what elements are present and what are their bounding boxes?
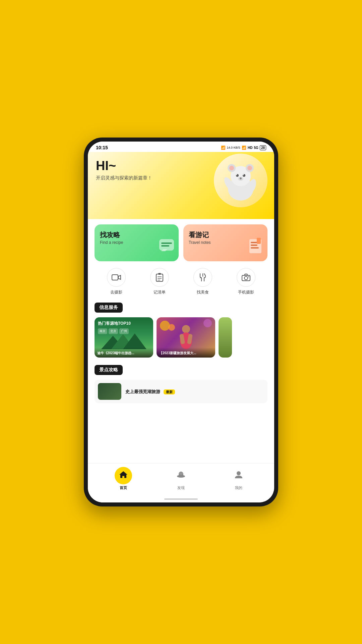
info-cards-row: 热门客源地TOP10 南京 北京 广州 <box>95 317 267 358</box>
battery-indicator: 28 <box>260 145 266 150</box>
bluetooth-icon: 📶 <box>221 146 226 150</box>
mobile-photo-shortcut[interactable]: 手机摄影 <box>237 268 255 295</box>
svg-rect-25 <box>158 273 161 275</box>
svg-point-12 <box>236 174 237 175</box>
profile-icon <box>234 470 243 481</box>
svg-point-43 <box>179 472 183 475</box>
home-bar <box>164 498 198 500</box>
photography-shortcut[interactable]: 去摄影 <box>107 268 126 295</box>
phone-frame: 10:15 📶 14.0 KB/S 📶 HD 5G 28 HI~ 开启灵感与探索… <box>84 138 278 506</box>
xinjiang-card[interactable]: 【2023新疆旅游发展大... <box>157 317 215 358</box>
nav-discover[interactable]: 发现 <box>152 467 210 490</box>
svg-point-36 <box>182 325 190 333</box>
scenic-section: 景点攻略 史上最强芜湖旅游 最新 <box>95 365 267 403</box>
food-icon <box>193 268 212 287</box>
svg-point-32 <box>248 276 249 277</box>
phone-screen: 10:15 📶 14.0 KB/S 📶 HD 5G 28 HI~ 开启灵感与探索… <box>88 142 274 502</box>
bear-mascot <box>214 154 267 207</box>
bear-svg <box>219 159 262 202</box>
book-icon <box>247 237 264 258</box>
svg-rect-19 <box>251 245 257 246</box>
xinjiang-caption: 【2023新疆旅游发展大... <box>157 347 215 358</box>
nav-home-icon-wrap <box>115 467 132 484</box>
status-bar: 10:15 📶 14.0 KB/S 📶 HD 5G 28 <box>88 142 274 152</box>
svg-rect-21 <box>257 238 261 244</box>
photography-label: 去摄影 <box>110 289 122 295</box>
scenic-info-0: 史上最强芜湖旅游 最新 <box>125 388 264 395</box>
scenic-header: 景点攻略 <box>95 365 123 375</box>
info-service-section: 信息服务 热门客源地TOP10 南京 北京 广州 <box>95 303 267 358</box>
nav-home-label: 首页 <box>120 485 127 490</box>
svg-marker-40 <box>119 471 127 478</box>
checklist-label: 记清单 <box>154 289 166 295</box>
bottom-nav: 首页 发现 <box>88 463 274 496</box>
signal-label: 5G <box>254 146 258 150</box>
svg-point-31 <box>244 276 248 280</box>
camera-icon <box>237 268 255 287</box>
discover-icon <box>177 470 185 481</box>
status-icons: 📶 14.0 KB/S 📶 HD 5G 28 <box>221 145 266 150</box>
svg-rect-22 <box>112 275 118 280</box>
svg-rect-14 <box>159 239 174 251</box>
mobile-photo-label: 手机摄影 <box>238 289 254 295</box>
info-service-header: 信息服务 <box>95 303 123 313</box>
shortcut-icon-grid: 去摄影 记清单 <box>95 268 267 295</box>
nav-discover-icon-wrap <box>172 467 190 484</box>
food-shortcut[interactable]: 找美食 <box>193 268 212 295</box>
svg-point-13 <box>243 174 244 175</box>
data-speed: 14.0 KB/S <box>227 146 241 149</box>
new-badge-0: 最新 <box>164 389 175 394</box>
nav-profile[interactable]: 我的 <box>210 467 267 490</box>
svg-point-44 <box>237 471 241 475</box>
top10-caption: 途牛《2023端午出游趋... <box>95 347 153 358</box>
home-indicator <box>88 496 274 502</box>
scenic-thumb-0 <box>98 383 121 400</box>
nav-profile-icon-wrap <box>230 467 247 484</box>
main-content: 找攻略 Find a recipe 看游记 Travel notes <box>88 219 274 463</box>
chat-icon <box>158 237 175 258</box>
nav-discover-label: 发现 <box>177 485 185 490</box>
hd-label: HD <box>248 146 252 150</box>
status-time: 10:15 <box>96 145 108 150</box>
find-guide-card[interactable]: 找攻略 Find a recipe <box>95 224 179 261</box>
food-label: 找美食 <box>197 289 209 295</box>
svg-rect-20 <box>251 247 259 249</box>
svg-marker-23 <box>118 275 121 279</box>
svg-rect-16 <box>161 245 169 247</box>
svg-point-4 <box>229 166 234 170</box>
home-icon <box>119 471 128 481</box>
nav-home[interactable]: 首页 <box>95 467 152 490</box>
top10-card[interactable]: 热门客源地TOP10 南京 北京 广州 <box>95 317 153 358</box>
scenic-title-0: 史上最强芜湖旅游 <box>125 389 160 394</box>
third-card[interactable] <box>219 317 232 358</box>
nav-profile-label: 我的 <box>235 485 242 490</box>
top10-title: 热门客源地TOP10 <box>98 321 150 326</box>
checklist-icon <box>150 268 169 287</box>
checklist-shortcut[interactable]: 记清单 <box>150 268 169 295</box>
hero-banner: HI~ 开启灵感与探索的新篇章！ <box>88 152 274 219</box>
svg-point-5 <box>247 166 252 170</box>
svg-point-9 <box>240 177 242 179</box>
wifi-icon: 📶 <box>242 146 246 150</box>
travel-notes-card[interactable]: 看游记 Travel notes <box>183 224 267 261</box>
video-icon <box>107 268 126 287</box>
svg-rect-15 <box>161 243 172 244</box>
action-cards-row: 找攻略 Find a recipe 看游记 Travel notes <box>95 224 267 261</box>
scenic-item-0[interactable]: 史上最强芜湖旅游 最新 <box>95 380 267 403</box>
